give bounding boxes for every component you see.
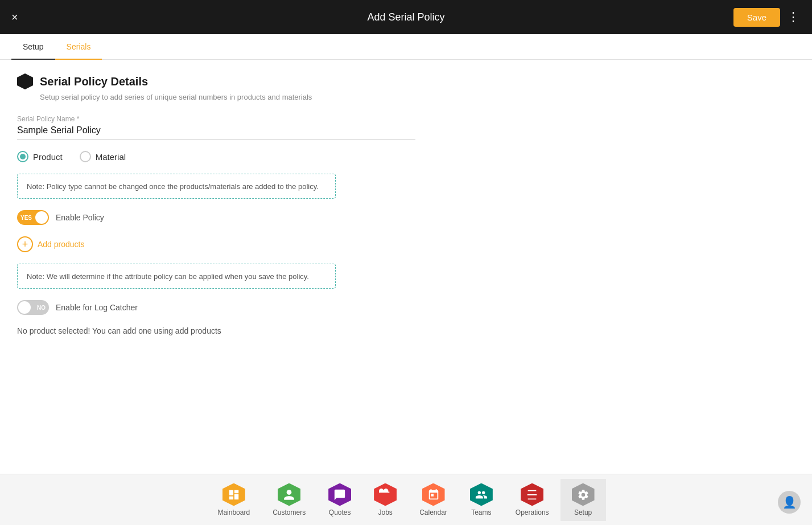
header-left: ×: [11, 11, 18, 23]
nav-item-mainboard[interactable]: Mainboard: [206, 479, 261, 521]
toggle-no-label: NO: [37, 305, 46, 311]
jobs-icon: [374, 483, 397, 506]
customers-icon: [278, 483, 300, 506]
radio-material-circle: [80, 151, 91, 162]
enable-policy-label: Enable Policy: [56, 213, 104, 222]
setup-icon: [572, 483, 595, 506]
header-right: Save ⋮: [733, 8, 801, 27]
enable-policy-track: YES: [17, 210, 49, 225]
enable-log-row: NO Enable for Log Catcher: [17, 300, 795, 315]
avatar-icon: 👤: [782, 495, 797, 509]
nav-items: Mainboard Customers Quotes Jobs Calendar: [206, 479, 605, 521]
nav-item-quotes[interactable]: Quotes: [317, 479, 362, 521]
section-header: Serial Policy Details: [17, 73, 795, 89]
note-text-1: Note: Policy type cannot be changed once…: [27, 182, 319, 191]
policy-name-field: Serial Policy Name * Sample Serial Polic…: [17, 115, 415, 140]
note-box-2: Note: We will determine if the attribute…: [17, 264, 336, 289]
note-box-1: Note: Policy type cannot be changed once…: [17, 174, 336, 199]
enable-policy-row: YES Enable Policy: [17, 210, 795, 225]
tab-serials[interactable]: Serials: [55, 34, 102, 59]
toggle-knob-off: [18, 301, 31, 314]
operations-label: Operations: [516, 508, 549, 516]
quotes-icon: [328, 483, 351, 506]
radio-product-label: Product: [33, 152, 63, 162]
nav-item-calendar[interactable]: Calendar: [408, 479, 459, 521]
more-options-button[interactable]: ⋮: [787, 10, 801, 24]
mainboard-icon: [222, 483, 245, 506]
radio-product-circle: [17, 151, 28, 162]
add-products-button[interactable]: + Add products: [17, 236, 85, 252]
section-subtitle: Setup serial policy to add series of uni…: [40, 93, 795, 101]
page-title: Add Serial Policy: [367, 11, 444, 23]
radio-material[interactable]: Material: [80, 151, 126, 162]
policy-name-label: Serial Policy Name *: [17, 115, 415, 123]
radio-product[interactable]: Product: [17, 151, 63, 162]
calendar-icon: [422, 483, 445, 506]
header: × Add Serial Policy Save ⋮: [0, 0, 812, 34]
teams-icon: [470, 483, 493, 506]
teams-label: Teams: [471, 508, 491, 516]
customers-label: Customers: [273, 508, 306, 516]
quotes-label: Quotes: [329, 508, 351, 516]
mainboard-label: Mainboard: [217, 508, 250, 516]
calendar-label: Calendar: [419, 508, 447, 516]
nav-item-jobs[interactable]: Jobs: [362, 479, 408, 521]
nav-item-setup[interactable]: Setup: [560, 479, 606, 521]
operations-icon: [521, 483, 543, 506]
section-icon: [17, 73, 33, 89]
tab-setup[interactable]: Setup: [11, 34, 55, 59]
user-avatar[interactable]: 👤: [778, 491, 801, 514]
add-circle-icon: +: [17, 236, 33, 252]
nav-item-operations[interactable]: Operations: [504, 479, 560, 521]
main-content: Serial Policy Details Setup serial polic…: [0, 60, 812, 474]
section-title: Serial Policy Details: [40, 75, 148, 88]
radio-material-label: Material: [96, 152, 126, 162]
toggle-yes-label: YES: [20, 215, 32, 221]
setup-label: Setup: [574, 508, 592, 516]
nav-item-teams[interactable]: Teams: [459, 479, 504, 521]
policy-name-value[interactable]: Sample Serial Policy: [17, 125, 415, 140]
note-text-2: Note: We will determine if the attribute…: [27, 272, 309, 281]
nav-item-customers[interactable]: Customers: [261, 479, 317, 521]
enable-log-track: NO: [17, 300, 49, 315]
enable-policy-toggle[interactable]: YES: [17, 210, 49, 225]
no-product-message: No product selected! You can add one usi…: [17, 326, 795, 335]
toggle-knob-on: [35, 211, 48, 224]
add-products-label: Add products: [38, 240, 85, 249]
enable-log-label: Enable for Log Catcher: [56, 303, 138, 312]
tab-bar: Setup Serials: [0, 34, 812, 60]
bottom-nav: Mainboard Customers Quotes Jobs Calendar: [0, 474, 812, 525]
close-button[interactable]: ×: [11, 11, 18, 23]
jobs-label: Jobs: [378, 508, 392, 516]
save-button[interactable]: Save: [733, 8, 780, 27]
enable-log-toggle[interactable]: NO: [17, 300, 49, 315]
policy-type-radio-group: Product Material: [17, 151, 795, 162]
